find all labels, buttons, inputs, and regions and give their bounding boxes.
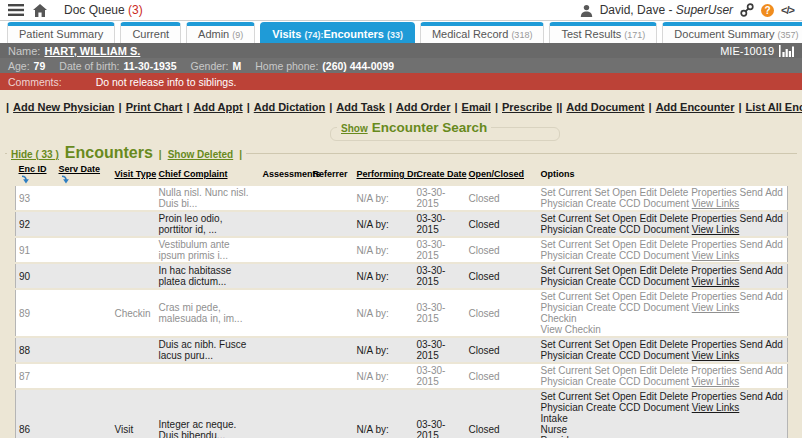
add-order-link[interactable]: Add Order	[396, 101, 450, 113]
option-edit[interactable]: Edit	[639, 291, 656, 302]
option-delete[interactable]: Delete	[659, 339, 688, 350]
option-send[interactable]: Send	[740, 213, 763, 224]
option-set-open[interactable]: Set Open	[594, 339, 636, 350]
option-properties[interactable]: Properties	[691, 291, 737, 302]
option-properties[interactable]: Properties	[691, 339, 737, 350]
option-delete[interactable]: Delete	[659, 187, 688, 198]
add-document-link[interactable]: Add Document	[566, 101, 644, 113]
option-create-ccd-document[interactable]: Create CCD Document	[586, 402, 689, 413]
option-edit[interactable]: Edit	[639, 391, 656, 402]
hide-encounters-link[interactable]: Hide ( 33 )	[11, 149, 59, 160]
option-set-current[interactable]: Set Current	[541, 291, 592, 302]
option-set-current[interactable]: Set Current	[541, 265, 592, 276]
option-view-links[interactable]: View Links	[692, 302, 740, 313]
tab-visits[interactable]: Visits(74):Encounters(33)	[260, 22, 415, 43]
option-edit[interactable]: Edit	[639, 239, 656, 250]
option-set-open[interactable]: Set Open	[594, 265, 636, 276]
option-delete[interactable]: Delete	[659, 239, 688, 250]
option-view-links[interactable]: View Links	[692, 276, 740, 287]
doc-queue-link[interactable]: Doc Queue (3)	[64, 3, 143, 17]
link-icon[interactable]	[740, 3, 754, 17]
add-dictation-link[interactable]: Add Dictation	[254, 101, 326, 113]
tab-admin[interactable]: Admin(9)	[186, 22, 255, 43]
option-set-open[interactable]: Set Open	[594, 239, 636, 250]
option-delete[interactable]: Delete	[659, 391, 688, 402]
option-send[interactable]: Send	[740, 391, 763, 402]
option-set-open[interactable]: Set Open	[594, 187, 636, 198]
option-delete[interactable]: Delete	[659, 365, 688, 376]
option-set-open[interactable]: Set Open	[594, 391, 636, 402]
option-create-ccd-document[interactable]: Create CCD Document	[586, 302, 689, 313]
tab-medical-record[interactable]: Medical Record(318)	[420, 22, 544, 43]
option-view-links[interactable]: View Links	[692, 402, 740, 413]
option-properties[interactable]: Properties	[691, 239, 737, 250]
add-encounter-link[interactable]: Add Encounter	[656, 101, 735, 113]
option-delete[interactable]: Delete	[659, 291, 688, 302]
print-chart-link[interactable]: Print Chart	[126, 101, 183, 113]
option-send[interactable]: Send	[740, 187, 763, 198]
option-intake[interactable]: Intake	[541, 413, 785, 424]
chart-stats-icon[interactable]	[779, 45, 794, 57]
option-edit[interactable]: Edit	[639, 213, 656, 224]
option-create-ccd-document[interactable]: Create CCD Document	[586, 250, 689, 261]
add-task-link[interactable]: Add Task	[336, 101, 385, 113]
show-search-link[interactable]: Show	[341, 123, 368, 134]
home-icon[interactable]	[33, 4, 47, 17]
option-create-ccd-document[interactable]: Create CCD Document	[586, 276, 689, 287]
option-edit[interactable]: Edit	[639, 339, 656, 350]
option-set-current[interactable]: Set Current	[541, 213, 592, 224]
option-set-current[interactable]: Set Current	[541, 187, 592, 198]
option-send[interactable]: Send	[740, 339, 763, 350]
option-view-links[interactable]: View Links	[692, 224, 740, 235]
option-properties[interactable]: Properties	[691, 391, 737, 402]
user-name[interactable]: David, Dave - SuperUser	[600, 3, 733, 17]
option-edit[interactable]: Edit	[639, 187, 656, 198]
option-edit[interactable]: Edit	[639, 365, 656, 376]
code-icon[interactable]: </>	[781, 4, 794, 16]
option-properties[interactable]: Properties	[691, 265, 737, 276]
tab-patient-summary[interactable]: Patient Summary	[7, 22, 115, 43]
tab-document-summary[interactable]: Document Summary(357)	[662, 22, 802, 43]
option-set-open[interactable]: Set Open	[594, 365, 636, 376]
option-view-links[interactable]: View Links	[692, 350, 740, 361]
option-create-ccd-document[interactable]: Create CCD Document	[586, 376, 689, 387]
option-view-links[interactable]: View Links	[692, 250, 740, 261]
menu-icon[interactable]	[8, 4, 24, 16]
option-view-links[interactable]: View Links	[692, 376, 740, 387]
email-link[interactable]: Email	[462, 101, 491, 113]
option-create-ccd-document[interactable]: Create CCD Document	[586, 198, 689, 209]
option-view-links[interactable]: View Links	[692, 198, 740, 209]
add-appt-link[interactable]: Add Appt	[194, 101, 243, 113]
option-set-open[interactable]: Set Open	[594, 291, 636, 302]
option-set-current[interactable]: Set Current	[541, 339, 592, 350]
option-create-ccd-document[interactable]: Create CCD Document	[586, 350, 689, 361]
option-create-ccd-document[interactable]: Create CCD Document	[586, 224, 689, 235]
col-enc-id[interactable]: Enc ID	[16, 163, 56, 186]
sort-icon[interactable]	[61, 174, 70, 184]
option-send[interactable]: Send	[740, 365, 763, 376]
option-delete[interactable]: Delete	[659, 265, 688, 276]
option-send[interactable]: Send	[740, 291, 763, 302]
sort-icon[interactable]	[21, 174, 30, 184]
option-set-current[interactable]: Set Current	[541, 239, 592, 250]
option-view-checkin[interactable]: View Checkin	[541, 324, 785, 335]
option-set-current[interactable]: Set Current	[541, 365, 592, 376]
patient-name-link[interactable]: HART, WILLIAM S.	[44, 45, 140, 57]
tab-current[interactable]: Current	[120, 22, 181, 43]
option-checkin[interactable]: Checkin	[541, 313, 785, 324]
show-deleted-link[interactable]: Show Deleted	[168, 149, 234, 160]
option-properties[interactable]: Properties	[691, 213, 737, 224]
add-new-physician-link[interactable]: Add New Physician	[13, 101, 114, 113]
option-set-open[interactable]: Set Open	[594, 213, 636, 224]
prescribe-link[interactable]: Prescribe	[502, 101, 552, 113]
option-delete[interactable]: Delete	[659, 213, 688, 224]
option-edit[interactable]: Edit	[639, 265, 656, 276]
help-icon[interactable]: ?	[761, 4, 774, 17]
option-nurse[interactable]: Nurse	[541, 424, 785, 435]
list-all-encounters-link[interactable]: List All Encounters	[746, 101, 802, 113]
option-send[interactable]: Send	[740, 239, 763, 250]
option-set-current[interactable]: Set Current	[541, 391, 592, 402]
option-send[interactable]: Send	[740, 265, 763, 276]
col-serv-date[interactable]: Serv Date	[56, 163, 112, 186]
option-properties[interactable]: Properties	[691, 187, 737, 198]
